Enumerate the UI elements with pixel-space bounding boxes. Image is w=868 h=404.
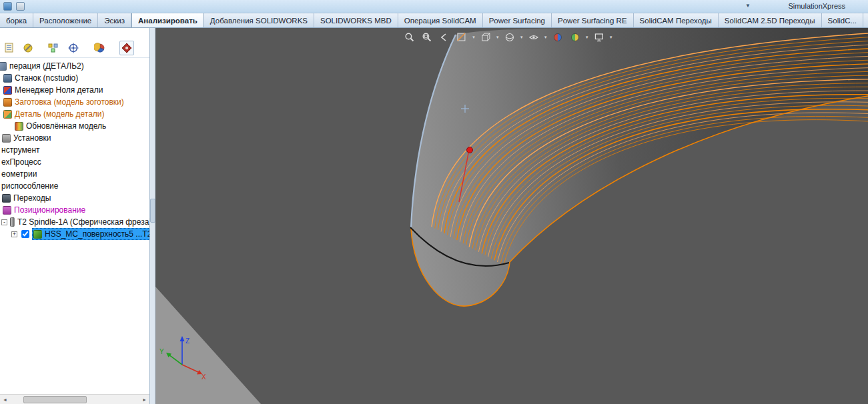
zoom-fit-icon[interactable]: [404, 31, 416, 43]
tab-power-surfacing-re[interactable]: Power Surfacing RE: [552, 13, 634, 27]
solidcam-manager-icon[interactable]: [119, 41, 134, 55]
tree-item-geometries[interactable]: еометрии: [0, 168, 149, 180]
splitter-handle[interactable]: [150, 199, 155, 223]
tab-solidworks-addins[interactable]: Добавления SOLIDWORKS: [204, 13, 314, 27]
tree-item-label: Заготовка (модель зоготовки): [15, 97, 124, 107]
tree-item-label: Станок (ncstudio): [15, 73, 78, 83]
chevron-down-icon[interactable]: ▼: [745, 3, 751, 9]
tab-evaluate[interactable]: Анализировать: [131, 13, 204, 27]
featuremanager-tree-icon[interactable]: [2, 41, 17, 55]
collapse-icon[interactable]: -: [1, 219, 7, 225]
tree-item-spindle-tool[interactable]: - T2 Spindle-1A (Сферическая фреза): [0, 216, 149, 228]
tree-item-operation[interactable]: перация (ДЕТАЛЬ2): [0, 60, 149, 72]
machine-icon: [3, 74, 12, 83]
app-logo-icon: [3, 2, 12, 11]
viewport-3d[interactable]: Z X Y ▼ ▼ ▼ ▼: [155, 28, 868, 404]
tree-item-operation-surface[interactable]: + HSS_MC_поверхность5 ...T2: [0, 228, 149, 240]
hss-operation-icon: [33, 230, 42, 239]
updated-model-icon: [15, 122, 23, 131]
target-model-icon: [3, 110, 12, 119]
tab-sketch[interactable]: Эскиз: [98, 13, 131, 27]
displaymanager-icon[interactable]: [93, 41, 107, 55]
tree-item-label: Позиционирование: [14, 205, 85, 215]
tree-item-label: перация (ДЕТАЛЬ2): [9, 61, 84, 71]
toolbar-mini-icon: [16, 2, 25, 11]
display-style-icon[interactable]: [504, 31, 516, 43]
configurationmanager-icon[interactable]: [46, 41, 61, 55]
selected-operation[interactable]: HSS_MC_поверхность5 ...T2: [32, 228, 150, 240]
triad-x-label: X: [201, 373, 206, 381]
tab-layout[interactable]: Расположение: [33, 13, 98, 27]
tab-truncated-1[interactable]: SolidC...: [822, 13, 863, 27]
tool-icon: [10, 217, 15, 227]
tree-item-label: нструмент: [1, 145, 40, 155]
dimxpertmanager-icon[interactable]: [66, 41, 81, 55]
tree-item-positioning[interactable]: Позиционирование: [0, 204, 149, 216]
heads-up-view-toolbar: ▼ ▼ ▼ ▼ ▼ ▼: [404, 31, 612, 43]
expand-icon[interactable]: +: [11, 231, 17, 237]
dropdown-caret-icon[interactable]: ▼: [496, 35, 500, 39]
feature-manager-panel: перация (ДЕТАЛЬ2) Станок (ncstudio) Мене…: [0, 28, 150, 404]
manager-tabs-toolbar: [0, 39, 149, 58]
section-view-icon[interactable]: [456, 31, 468, 43]
tree-item-stock[interactable]: Заготовка (модель зоготовки): [0, 96, 149, 108]
operation-checkbox[interactable]: [21, 230, 29, 238]
positioning-icon: [3, 206, 11, 215]
dropdown-caret-icon[interactable]: ▼: [585, 35, 589, 39]
part-zero-icon: [3, 86, 12, 95]
panel-horizontal-scrollbar[interactable]: ◄ ►: [0, 394, 149, 404]
tree-item-tooling[interactable]: нструмент: [0, 144, 149, 156]
hide-show-items-icon[interactable]: [528, 31, 540, 43]
tree-item-label: риспособление: [1, 181, 58, 191]
tab-solidcam-25d[interactable]: SolidCAM 2.5D Переходы: [719, 13, 822, 27]
dropdown-caret-icon[interactable]: ▼: [520, 35, 524, 39]
dropdown-caret-icon[interactable]: ▼: [544, 35, 548, 39]
triad-y-label: Y: [159, 348, 164, 355]
tree-item-label: Менеджер Ноля детали: [15, 85, 103, 95]
scroll-left-icon[interactable]: ◄: [0, 395, 10, 404]
graphics-area: Z X Y: [155, 28, 868, 404]
tab-power-surfacing[interactable]: Power Surfacing: [483, 13, 552, 27]
scrollbar-thumb[interactable]: [23, 396, 87, 403]
tree-item-zero-manager[interactable]: Менеджер Ноля детали: [0, 84, 149, 96]
scroll-right-icon[interactable]: ►: [139, 395, 149, 404]
tree-item-transitions[interactable]: Переходы: [0, 192, 149, 204]
window-title-bar: ▼ SimulationXpress: [0, 0, 868, 13]
tree-item-target-model[interactable]: Деталь (модель детали): [0, 108, 149, 120]
tree-item-label: Деталь (модель детали): [15, 109, 105, 119]
tree-item-updated-model[interactable]: Обновлённая модель: [0, 120, 149, 132]
dropdown-caret-icon[interactable]: ▼: [609, 35, 613, 39]
tree-item-label: ехПроцесс: [1, 157, 41, 167]
scrollbar-track[interactable]: [10, 395, 139, 404]
tab-assembly[interactable]: борка: [0, 13, 33, 27]
view-settings-icon[interactable]: [593, 31, 605, 43]
previous-view-icon[interactable]: [438, 31, 450, 43]
tool-position-marker[interactable]: [467, 147, 473, 153]
tree-item-fixture[interactable]: риспособление: [0, 180, 149, 192]
tree-item-setups[interactable]: Установки: [0, 132, 149, 144]
tree-item-label: еометрии: [1, 169, 37, 179]
stock-model-icon: [3, 98, 12, 107]
propertymanager-icon[interactable]: [21, 41, 35, 55]
tab-solidcam-transitions[interactable]: SolidCAM Переходы: [634, 13, 719, 27]
transitions-icon: [2, 194, 11, 203]
panel-splitter[interactable]: [150, 28, 155, 404]
tree-item-label: Обновлённая модель: [26, 121, 106, 131]
blade-surface[interactable]: [411, 28, 868, 306]
tab-truncated-2[interactable]: Sol...: [863, 13, 868, 27]
tree-item-machine[interactable]: Станок (ncstudio): [0, 72, 149, 84]
zoom-area-icon[interactable]: [421, 31, 433, 43]
solidcam-operations-tree: перация (ДЕТАЛЬ2) Станок (ncstudio) Мене…: [0, 58, 149, 240]
operation-icon: [0, 62, 7, 71]
ribbon-tab-bar: борка Расположение Эскиз Анализировать Д…: [0, 13, 868, 28]
tab-solidworks-mbd[interactable]: SOLIDWORKS MBD: [314, 13, 398, 27]
tree-item-label: Переходы: [13, 193, 51, 203]
tree-item-techprocess[interactable]: ехПроцесс: [0, 156, 149, 168]
view-orientation-icon[interactable]: [480, 31, 492, 43]
tab-solidcam-operation[interactable]: Операция SolidCAM: [398, 13, 483, 27]
taskpane-simulationxpress-label: SimulationXpress: [788, 2, 845, 10]
dropdown-caret-icon[interactable]: ▼: [472, 35, 476, 39]
edit-appearance-icon[interactable]: [552, 31, 564, 43]
tree-item-label: HSS_MC_поверхность5 ...T2: [45, 229, 150, 239]
apply-scene-icon[interactable]: [569, 31, 581, 43]
